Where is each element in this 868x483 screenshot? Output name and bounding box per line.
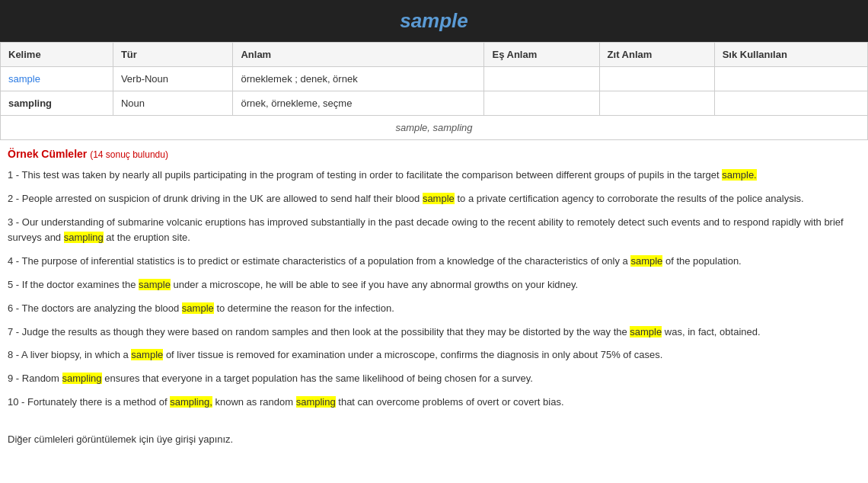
zit-anlam-cell-sample [599,67,714,91]
sik-cell-sampling [714,91,867,116]
sentence-text: 10 - Fortunately there is a method of [8,396,170,408]
sentence-4: 4 - The purpose of inferential statistic… [8,254,860,270]
sentence-text: known as random [212,396,296,408]
zit-anlam-cell-sampling [599,91,714,116]
sentence-text: to a private certification agency to cor… [455,193,804,204]
sentence-text: 5 - If the doctor examines the [8,279,139,290]
type-cell-sampling: Noun [113,91,233,116]
sentence-8: 8 - A liver biopsy, in which a sample of… [8,347,860,363]
sik-cell-sample [714,67,867,91]
section-title-text: Örnek Cümleler [8,148,87,160]
sentence-text: of liver tissue is removed for examinati… [163,349,662,360]
sentence-text: of the population. [662,255,741,267]
related-words-row: sample, sampling [1,116,868,140]
sentence-10: 10 - Fortunately there is a method of sa… [8,395,860,411]
related-words: sample, sampling [1,116,868,140]
col-header-sik: Sık Kullanılan [714,43,867,67]
section-title: Örnek Cümleler (14 sonuç bulundu) [0,140,868,164]
col-header-zit-anlam: Zıt Anlam [599,43,714,67]
highlight-word: sample [630,255,662,267]
sentence-6: 6 - The doctors are analyzing the blood … [8,301,860,317]
sentence-text: 2 - People arrested on suspicion of drun… [8,193,423,204]
sentence-text: to determine the reason for the infectio… [214,302,394,314]
meaning-cell-sampling: örnek, örnekleme, seçme [233,91,484,116]
col-header-anlam: Anlam [233,43,484,67]
highlight-word: sample [423,193,455,204]
sentence-1: 1 - This test was taken by nearly all pu… [8,168,860,184]
sentence-7: 7 - Judge the results as though they wer… [8,325,860,341]
sentence-text: 7 - Judge the results as though they wer… [8,326,630,337]
highlight-word: sampling, [170,396,212,408]
highlight-word: sample [182,302,214,314]
es-anlam-cell-sample [484,67,599,91]
table-header-row: Kelime Tür Anlam Eş Anlam Zıt Anlam Sık … [1,43,868,67]
sentence-text: 8 - A liver biopsy, in which a [8,349,131,360]
sentence-2: 2 - People arrested on suspicion of drun… [8,191,860,207]
sentence-3: 3 - Our understanding of submarine volca… [8,215,860,247]
dictionary-table: Kelime Tür Anlam Eş Anlam Zıt Anlam Sık … [0,42,868,140]
sentence-9: 9 - Random sampling ensures that everyon… [8,371,860,387]
col-header-es-anlam: Eş Anlam [484,43,599,67]
col-header-tur: Tür [113,43,233,67]
highlight-word: sampling [296,396,336,408]
sentence-text: 4 - The purpose of inferential statistic… [8,255,630,267]
sentence-text: at the eruption site. [104,232,190,243]
sentence-text: was, in fact, obtained. [662,326,760,337]
highlight-word: sample [630,326,662,337]
section-count: (14 sonuç bulundu) [90,149,168,160]
sentence-5: 5 - If the doctor examines the sample un… [8,277,860,293]
sentence-text: 6 - The doctors are analyzing the blood [8,302,182,314]
login-note: Diğer cümleleri görüntülemek için üye gi… [0,426,868,460]
sentence-text: under a microscope, he will be able to s… [171,279,578,290]
highlight-word: sample. [722,169,757,181]
meaning-cell-sample: örneklemek ; denek, örnek [233,67,484,91]
table-row: sample Verb-Noun örneklemek ; denek, örn… [1,67,868,91]
sentence-text: 9 - Random [8,373,62,384]
sentence-text: that can overcome problems of overt or c… [336,396,564,408]
highlight-word: sampling [62,373,102,384]
header-word: sample [400,9,468,32]
word-cell-sample[interactable]: sample [1,67,113,91]
header-bar: sample [0,0,868,42]
es-anlam-cell-sampling [484,91,599,116]
highlight-word: sampling [64,232,104,243]
col-header-kelime: Kelime [1,43,113,67]
sentence-number: 1 - This test was taken by nearly all pu… [8,169,722,181]
ornek-cumleler-section: Örnek Cümleler (14 sonuç bulundu) 1 - Th… [0,140,868,460]
type-cell-sample: Verb-Noun [113,67,233,91]
table-row: sampling Noun örnek, örnekleme, seçme [1,91,868,116]
word-cell-sampling: sampling [1,91,113,116]
word-link-sample[interactable]: sample [8,73,40,85]
highlight-word: sample [139,279,171,290]
highlight-word: sample [131,349,163,360]
sentences-container: 1 - This test was taken by nearly all pu… [0,164,868,426]
sentence-text: ensures that everyone in a target popula… [102,373,533,384]
